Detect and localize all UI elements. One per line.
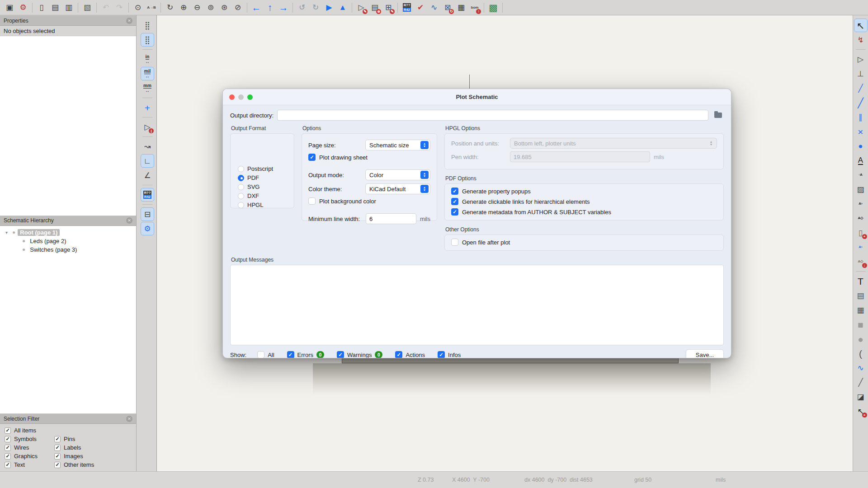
library-browser-icon[interactable]: ▤⊕	[368, 1, 381, 14]
arc-tool-icon[interactable]: (	[854, 347, 867, 360]
checkbox[interactable]	[257, 351, 264, 358]
rotate-ccw-icon[interactable]: ↺	[296, 1, 308, 14]
bus-entry-icon[interactable]: ∥	[854, 111, 867, 123]
annotate-icon[interactable]: R??R42	[401, 1, 413, 14]
color-theme-select[interactable]: KiCad Default ▲▼	[365, 183, 430, 194]
image-tool-icon[interactable]: ◪	[854, 390, 867, 403]
format-radio-pdf[interactable]: PDF	[238, 174, 294, 181]
select-tool-icon[interactable]: ↖	[854, 19, 867, 32]
show-filter-actions[interactable]: ✓Actions	[395, 351, 425, 358]
cursor-shape-icon[interactable]: +	[141, 101, 154, 114]
nav-forward-icon[interactable]: →	[277, 1, 290, 14]
zoom-objects-icon[interactable]: ⊛	[218, 1, 231, 14]
grid-show-icon[interactable]: ⣿	[141, 19, 154, 32]
radio-button[interactable]	[238, 175, 244, 181]
format-radio-postscript[interactable]: Postscript	[238, 165, 294, 172]
bom-export-icon[interactable]: bom↑	[468, 1, 481, 14]
zoom-window-button[interactable]	[247, 94, 253, 100]
netclass-directive-icon[interactable]: ◦A	[854, 169, 867, 181]
radio-button[interactable]	[238, 193, 244, 199]
radio-button[interactable]	[238, 184, 244, 190]
close-icon[interactable]: ✕	[126, 416, 132, 422]
no-connect-icon[interactable]: ×	[854, 125, 867, 138]
symbol-fields-table-icon[interactable]: ▦	[455, 1, 467, 14]
refresh-view-icon[interactable]: ↻	[164, 1, 176, 14]
bus-tool-icon[interactable]: ╱	[854, 96, 867, 109]
edit-footprints-icon[interactable]: ⊞✎	[382, 1, 395, 14]
plot-background-color-checkbox[interactable]	[308, 197, 316, 205]
checkbox[interactable]: ✓	[54, 453, 61, 460]
zoom-page-icon[interactable]: ⊚	[204, 1, 217, 14]
filter-item[interactable]: ✓Images	[54, 453, 132, 460]
checkbox[interactable]: ✓	[5, 427, 11, 434]
text-tool-icon[interactable]: T	[854, 275, 867, 287]
save-icon[interactable]: ▣	[3, 1, 16, 14]
page-settings-icon[interactable]: ▯	[35, 1, 48, 14]
wiring-45-icon[interactable]: ∠	[141, 169, 154, 182]
pcb-editor-icon[interactable]: ▩	[487, 1, 500, 14]
hierarchy-navigator-icon[interactable]: ⊟	[141, 208, 154, 221]
format-radio-svg[interactable]: SVG	[238, 183, 294, 190]
import-sheet-pin-icon[interactable]: A◇↓	[854, 255, 867, 268]
checkbox[interactable]: ✓	[54, 462, 61, 468]
nav-back-icon[interactable]: ←	[250, 1, 263, 14]
checkbox[interactable]: ✓	[5, 462, 11, 468]
show-filter-infos[interactable]: ✓Infos	[438, 351, 461, 358]
browse-directory-button[interactable]	[712, 110, 724, 121]
hidden-pins-icon[interactable]: ▷|	[141, 121, 154, 133]
checkbox[interactable]: ✓	[287, 351, 294, 358]
free-angle-wiring-icon[interactable]: ↝	[141, 140, 154, 153]
hierarchy-item[interactable]: ▾●Root (page 1)	[2, 228, 134, 237]
zoom-selection-icon[interactable]: ⊘	[231, 1, 244, 14]
checkbox[interactable]: ✓	[5, 453, 11, 460]
place-sheet-icon[interactable]: ▯+	[854, 226, 867, 239]
print-icon[interactable]: ▤	[49, 1, 61, 14]
checkbox[interactable]	[451, 239, 458, 246]
close-window-button[interactable]	[229, 94, 235, 100]
rule-area-icon[interactable]: ▨	[854, 183, 867, 196]
unit-mils-icon[interactable]: mil↔	[141, 67, 154, 80]
nav-up-icon[interactable]: ↑	[264, 1, 276, 14]
option-checkbox-row[interactable]: Open file after plot	[451, 239, 717, 246]
save-messages-button[interactable]: Save...	[686, 349, 724, 358]
min-line-width-input[interactable]	[366, 213, 416, 224]
hv-wiring-icon[interactable]: ∟	[141, 155, 154, 167]
filter-item[interactable]: ✓Symbols	[5, 436, 54, 442]
textbox-tool-icon[interactable]: ▤	[854, 289, 867, 302]
hierarchical-label-icon[interactable]: A◇	[854, 212, 867, 225]
checkbox[interactable]: ✓	[438, 351, 445, 358]
place-power-icon[interactable]: ⊥	[854, 67, 867, 80]
option-checkbox-row[interactable]: ✓Generate property popups	[451, 188, 717, 195]
filter-item[interactable]: ✓All items	[5, 427, 132, 434]
plot-drawing-sheet-checkbox[interactable]: ✓	[308, 154, 316, 161]
highlight-net-icon[interactable]: ↯	[854, 33, 867, 46]
circle-tool-icon[interactable]: ●	[854, 333, 867, 345]
unit-mm-icon[interactable]: mm↔	[141, 82, 154, 94]
hierarchy-item[interactable]: ●Leds (page 2)	[2, 237, 134, 245]
rectangle-tool-icon[interactable]: ■	[854, 318, 867, 331]
simulator-icon[interactable]: ∿	[428, 1, 440, 14]
checkbox[interactable]: ✓	[5, 445, 11, 451]
filter-item[interactable]: ✓Graphics	[5, 453, 54, 460]
option-checkbox-row[interactable]: ✓Generate metadata from AUTHOR & SUBJECT…	[451, 208, 717, 216]
erc-check-icon[interactable]: ✔	[414, 1, 427, 14]
option-checkbox-row[interactable]: ✓Generate clickable links for hierarchic…	[451, 198, 717, 205]
filter-item[interactable]: ✓Other items	[54, 461, 132, 468]
paste-icon[interactable]: ▧	[81, 1, 94, 14]
filter-item[interactable]: ✓Text	[5, 461, 54, 468]
wire-tool-icon[interactable]: ╱	[854, 82, 867, 94]
rotate-cw-icon[interactable]: ↻	[309, 1, 322, 14]
checkbox[interactable]: ✓	[54, 436, 61, 442]
junction-icon[interactable]: ●	[854, 140, 867, 152]
assign-footprints-icon[interactable]: ⊠↻	[441, 1, 454, 14]
output-messages-area[interactable]	[230, 265, 724, 345]
properties-tools-icon[interactable]: ⚙	[141, 222, 154, 235]
checkbox[interactable]: ✓	[337, 351, 344, 358]
plot-icon[interactable]: ▥	[62, 1, 75, 14]
show-filter-errors[interactable]: ✓Errors0	[287, 351, 324, 358]
filter-item[interactable]: ✓Wires	[5, 444, 54, 451]
filter-item[interactable]: ✓Labels	[54, 444, 132, 451]
unit-inches-icon[interactable]: in↔	[141, 53, 154, 66]
redo-icon[interactable]: ↷	[113, 1, 126, 14]
radio-button[interactable]	[238, 202, 244, 208]
